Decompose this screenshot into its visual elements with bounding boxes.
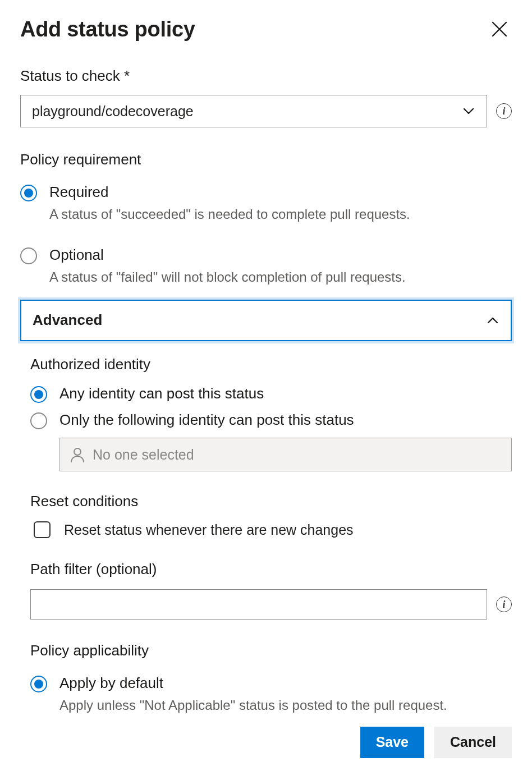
radio-only-identity[interactable]: Only the following identity can post thi… [30,411,512,430]
advanced-title: Advanced [33,311,102,329]
radio-indicator [30,386,47,403]
path-filter-label: Path filter (optional) [30,561,512,578]
cancel-button[interactable]: Cancel [434,727,512,758]
person-icon [69,446,86,463]
identity-placeholder: No one selected [93,447,194,463]
status-to-check-select[interactable]: playground/codecoverage [20,95,487,127]
radio-optional-desc: A status of "failed" will not block comp… [49,267,512,287]
radio-required-desc: A status of "succeeded" is needed to com… [49,204,512,224]
svg-point-0 [74,448,81,455]
radio-indicator [20,247,37,264]
close-button[interactable] [487,17,512,42]
status-to-check-value: playground/codecoverage [32,103,194,120]
reset-conditions-label: Reset conditions [30,493,512,510]
close-icon [491,21,508,38]
identity-picker[interactable]: No one selected [59,438,512,471]
radio-indicator [30,412,47,429]
reset-checkbox-label: Reset status whenever there are new chan… [64,522,354,538]
path-filter-input[interactable] [30,589,487,620]
chevron-down-icon [462,104,475,118]
dialog-title: Add status policy [20,17,195,42]
radio-optional-title: Optional [49,246,512,265]
status-to-check-label: Status to check * [20,67,512,85]
reset-checkbox[interactable]: Reset status whenever there are new chan… [30,521,512,538]
radio-optional[interactable]: Optional A status of "failed" will not b… [20,246,512,287]
radio-indicator [30,676,47,692]
radio-required-title: Required [49,183,512,202]
radio-apply-default[interactable]: Apply by default Apply unless "Not Appli… [30,674,512,715]
radio-any-identity-title: Any identity can post this status [59,384,512,403]
radio-indicator [20,185,37,201]
authorized-identity-label: Authorized identity [30,356,512,373]
radio-apply-default-title: Apply by default [59,674,512,693]
checkbox-indicator [34,521,51,538]
policy-requirement-label: Policy requirement [20,151,512,168]
radio-only-identity-title: Only the following identity can post thi… [59,411,512,430]
radio-any-identity[interactable]: Any identity can post this status [30,384,512,403]
path-filter-info-icon[interactable]: i [496,597,512,612]
radio-apply-default-desc: Apply unless "Not Applicable" status is … [59,695,512,715]
radio-required[interactable]: Required A status of "succeeded" is need… [20,183,512,224]
policy-applicability-label: Policy applicability [30,642,512,659]
status-info-icon[interactable]: i [496,103,512,119]
advanced-accordion[interactable]: Advanced [20,300,512,341]
chevron-up-icon [486,314,499,327]
save-button[interactable]: Save [360,727,424,758]
